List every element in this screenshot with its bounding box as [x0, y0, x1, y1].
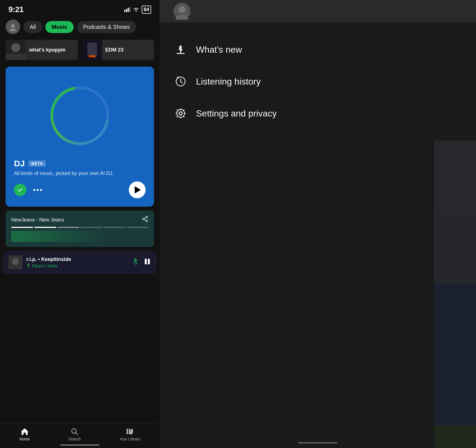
now-playing-top: NewJeans - New Jeans — [11, 216, 148, 224]
filter-all-button[interactable]: All — [24, 21, 42, 33]
mini-player-thumbnail — [8, 255, 22, 269]
dj-circle-svg — [46, 82, 113, 149]
bg-img-1 — [434, 141, 476, 283]
mini-player-info: r.i.p. • Keepitinside Ethan's XM4s — [26, 256, 128, 268]
svg-point-27 — [13, 258, 18, 264]
svg-point-9 — [11, 42, 21, 52]
svg-rect-17 — [88, 45, 94, 46]
dj-controls: ••• — [14, 181, 146, 198]
svg-point-11 — [13, 43, 18, 49]
mini-player-title: r.i.p. • Keepitinside — [26, 256, 128, 262]
svg-line-25 — [144, 218, 146, 219]
status-bar: 9:21 84 — [0, 0, 160, 17]
signal-icon — [124, 7, 130, 12]
svg-point-22 — [143, 218, 144, 220]
progress-seg-1 — [11, 227, 33, 228]
svg-line-24 — [144, 220, 146, 221]
svg-rect-18 — [88, 47, 95, 48]
filter-music-button[interactable]: Music — [45, 21, 74, 33]
svg-rect-14 — [87, 42, 97, 55]
recent-item-edm[interactable]: EDM 23 — [82, 40, 154, 60]
svg-rect-8 — [6, 40, 26, 60]
phone-panel: 9:21 84 — [0, 0, 160, 448]
filter-tabs-row: All Music Podcasts & Shows — [0, 17, 160, 37]
svg-rect-2 — [128, 8, 129, 12]
dj-title-row: DJ BETA — [14, 159, 146, 168]
share-icon[interactable] — [142, 216, 148, 224]
home-icon — [21, 428, 29, 435]
svg-rect-33 — [127, 429, 128, 434]
bg-img-2 — [434, 283, 476, 426]
progress-bar — [11, 227, 148, 228]
dj-beta-badge: BETA — [29, 160, 46, 167]
bg-img-3 — [434, 426, 476, 448]
dj-title: DJ — [14, 159, 25, 168]
mini-player[interactable]: r.i.p. • Keepitinside Ethan's XM4s — [3, 251, 157, 274]
filter-podcasts-button[interactable]: Podcasts & Shows — [77, 21, 136, 33]
library-icon — [126, 428, 134, 435]
svg-point-12 — [11, 50, 20, 57]
svg-rect-15 — [88, 54, 96, 57]
menu-item-whats-new[interactable]: What's new — [174, 34, 462, 66]
search-icon — [71, 428, 78, 435]
progress-seg-4 — [80, 227, 102, 228]
svg-point-40 — [177, 109, 185, 117]
progress-seg-2 — [34, 227, 56, 228]
settings-icon — [174, 106, 188, 120]
svg-point-5 — [11, 24, 15, 28]
nav-search[interactable]: Search — [68, 428, 81, 441]
svg-rect-0 — [124, 10, 125, 12]
kpoppin-thumbnail — [6, 40, 26, 60]
right-bg-images — [434, 141, 476, 448]
svg-rect-1 — [126, 9, 127, 12]
dj-more-button[interactable]: ••• — [33, 186, 43, 194]
dj-left-controls: ••• — [14, 184, 43, 196]
recent-items-row: what's kpoppin EDM 23 — [0, 37, 160, 63]
dj-play-button[interactable] — [129, 181, 146, 198]
menu-item-settings[interactable]: Settings and privacy — [174, 97, 462, 129]
svg-rect-13 — [82, 40, 102, 60]
svg-line-32 — [76, 433, 78, 435]
svg-point-4 — [136, 11, 137, 12]
home-indicator — [60, 444, 99, 446]
status-icons: 84 — [124, 6, 151, 14]
progress-seg-5 — [103, 227, 125, 228]
whats-new-label: What's new — [196, 45, 242, 55]
recent-item-kpoppin[interactable]: what's kpoppin — [6, 40, 78, 60]
dj-check-button[interactable] — [14, 184, 26, 196]
nav-search-label: Search — [68, 437, 81, 441]
profile-avatar — [174, 3, 190, 20]
svg-point-41 — [179, 112, 182, 115]
pause-button[interactable] — [143, 258, 151, 267]
whats-new-icon — [174, 43, 188, 57]
battery-indicator: 84 — [142, 6, 151, 14]
status-time: 9:21 — [8, 5, 24, 14]
svg-rect-3 — [129, 7, 130, 12]
nav-library-label: Your Library — [119, 437, 140, 441]
nav-home-label: Home — [19, 437, 30, 441]
kpoppin-label: what's kpoppin — [29, 47, 68, 53]
dj-animation-area — [14, 75, 146, 156]
progress-seg-3 — [57, 227, 79, 228]
svg-rect-7 — [6, 40, 26, 60]
right-background-content — [160, 141, 476, 448]
bluetooth-icon — [132, 258, 138, 267]
dj-card-footer: DJ BETA All kinds of music, picked by yo… — [14, 159, 146, 198]
now-playing-bar[interactable]: NewJeans - New Jeans — [6, 211, 154, 247]
svg-point-10 — [8, 52, 24, 60]
svg-rect-29 — [145, 259, 147, 264]
now-playing-waveform — [11, 231, 148, 242]
svg-rect-26 — [8, 255, 22, 269]
nav-home[interactable]: Home — [19, 428, 30, 441]
svg-point-6 — [10, 29, 16, 31]
svg-point-36 — [179, 6, 185, 13]
mini-player-controls — [132, 258, 151, 267]
user-avatar[interactable] — [6, 20, 20, 34]
nav-library[interactable]: Your Library — [119, 428, 140, 441]
bluetooth-small-icon — [26, 263, 30, 268]
play-icon — [135, 186, 141, 193]
now-playing-title: NewJeans - New Jeans — [11, 217, 64, 223]
menu-item-listening-history[interactable]: Listening history — [174, 66, 462, 97]
progress-seg-6 — [127, 227, 148, 228]
dj-card[interactable]: DJ BETA All kinds of music, picked by yo… — [6, 67, 154, 207]
